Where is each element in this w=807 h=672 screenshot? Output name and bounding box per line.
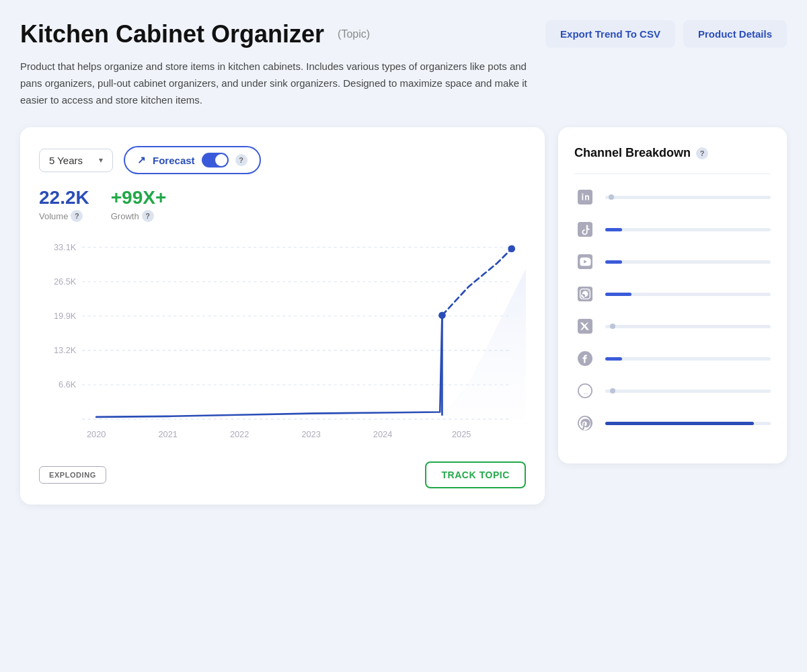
instagram-icon — [574, 283, 596, 305]
channel-title-row: Channel Breakdown ? — [574, 146, 771, 160]
svg-text:33.1K: 33.1K — [54, 242, 77, 252]
svg-text:2022: 2022 — [230, 429, 249, 439]
topic-badge: (Topic) — [338, 28, 370, 40]
svg-marker-11 — [440, 269, 526, 420]
channel-item — [574, 186, 771, 208]
volume-metric: 22.2K Volume ? — [39, 188, 89, 222]
volume-help-icon[interactable]: ? — [71, 210, 83, 222]
svg-text:2023: 2023 — [301, 429, 320, 439]
svg-text:2020: 2020 — [87, 429, 106, 439]
x-icon — [574, 315, 596, 337]
track-topic-button[interactable]: TRACK TOPIC — [425, 461, 526, 488]
header-buttons: Export Trend To CSV Product Details — [545, 20, 787, 48]
svg-point-13 — [438, 311, 446, 319]
channel-bar-wrap — [605, 196, 771, 199]
channel-divider — [574, 174, 771, 174]
svg-text:26.5K: 26.5K — [54, 276, 77, 287]
reddit-icon — [574, 380, 596, 402]
facebook-icon — [574, 348, 596, 369]
chart-area: 33.1K 26.5K 19.9K 13.2K 6.6K — [39, 233, 526, 448]
chart-footer: EXPLODING TRACK TOPIC — [39, 461, 526, 488]
product-details-button[interactable]: Product Details — [683, 20, 787, 48]
growth-label: Growth ? — [111, 210, 167, 222]
volume-value: 22.2K — [39, 188, 89, 209]
chart-controls: 5 Years ▾ ↗ Forecast ? — [39, 146, 526, 174]
page-title: Kitchen Cabinet Organizer — [20, 21, 324, 48]
tiktok-icon — [574, 219, 596, 240]
growth-value: +99X+ — [111, 188, 167, 209]
forecast-toggle[interactable] — [202, 153, 229, 167]
page-header: Kitchen Cabinet Organizer (Topic) Export… — [20, 20, 787, 48]
channel-item — [574, 283, 771, 305]
channel-bar-wrap — [605, 260, 771, 264]
channel-item — [574, 219, 771, 240]
volume-label: Volume ? — [39, 210, 89, 222]
channel-breakdown-card: Channel Breakdown ? — [558, 127, 787, 463]
channel-title: Channel Breakdown — [574, 146, 691, 160]
year-select[interactable]: 5 Years ▾ — [39, 149, 113, 172]
channel-bar-wrap — [605, 422, 771, 425]
metrics-row: 22.2K Volume ? +99X+ Growth ? — [39, 188, 526, 222]
year-select-value: 5 Years — [49, 155, 83, 166]
growth-help-icon[interactable]: ? — [142, 210, 154, 222]
forecast-button[interactable]: ↗ Forecast ? — [124, 146, 261, 174]
svg-text:6.6K: 6.6K — [59, 379, 77, 389]
channel-bar-wrap — [605, 228, 771, 231]
svg-text:2025: 2025 — [452, 429, 471, 439]
channel-bar-wrap — [605, 325, 771, 328]
trend-chart: 33.1K 26.5K 19.9K 13.2K 6.6K — [39, 233, 526, 448]
in-icon — [574, 186, 596, 208]
exploding-badge: EXPLODING — [39, 466, 106, 484]
product-description: Product that helps organize and store it… — [20, 59, 531, 108]
channel-item — [574, 412, 771, 434]
growth-metric: +99X+ Growth ? — [111, 188, 167, 222]
forecast-help-icon[interactable]: ? — [235, 154, 247, 166]
pinterest-icon — [574, 412, 596, 434]
channel-bar-wrap — [605, 293, 771, 296]
channel-bar-wrap — [605, 389, 771, 393]
export-trend-button[interactable]: Export Trend To CSV — [545, 20, 675, 48]
svg-text:2024: 2024 — [373, 429, 392, 439]
svg-text:19.9K: 19.9K — [54, 311, 77, 321]
channel-bar-wrap — [605, 357, 771, 361]
channel-item — [574, 348, 771, 369]
svg-text:13.2K: 13.2K — [54, 345, 77, 355]
channel-help-icon[interactable]: ? — [696, 147, 708, 159]
channel-list — [574, 186, 771, 434]
svg-point-14 — [508, 245, 515, 252]
youtube-icon — [574, 251, 596, 272]
chevron-down-icon: ▾ — [99, 155, 103, 165]
main-content: 5 Years ▾ ↗ Forecast ? 22.2K Volume ? +9… — [20, 127, 787, 505]
forecast-label: Forecast — [153, 155, 195, 166]
svg-text:2021: 2021 — [158, 429, 177, 439]
channel-item — [574, 251, 771, 272]
channel-item — [574, 315, 771, 337]
trend-up-icon: ↗ — [137, 154, 146, 166]
chart-card: 5 Years ▾ ↗ Forecast ? 22.2K Volume ? +9… — [20, 127, 545, 505]
channel-item — [574, 380, 771, 402]
